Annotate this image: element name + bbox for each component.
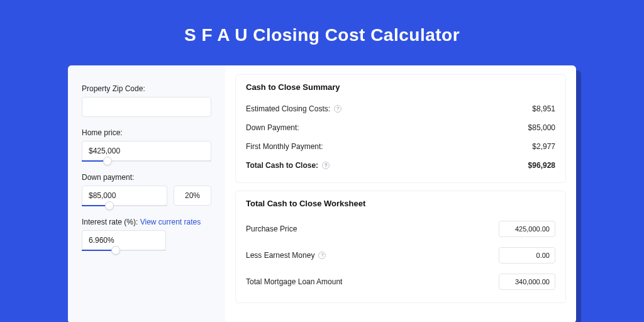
row-value-input[interactable]: 425,000.00 bbox=[499, 221, 555, 237]
home-price-slider[interactable] bbox=[82, 160, 211, 162]
interest-rate-input[interactable] bbox=[82, 230, 166, 250]
row-value-input[interactable]: 340,000.00 bbox=[499, 274, 555, 290]
row-value-input[interactable]: 0.00 bbox=[499, 247, 555, 264]
interest-rate-label: Interest rate (%): View current rates bbox=[82, 218, 211, 226]
interest-rate-slider[interactable] bbox=[82, 250, 166, 251]
interest-rate-field-group: Interest rate (%): View current rates bbox=[82, 218, 211, 251]
worksheet-row-mortgage-amount: Total Mortgage Loan Amount 340,000.00 bbox=[246, 269, 555, 295]
summary-row-down-payment: Down Payment: $85,000 bbox=[246, 118, 555, 137]
cash-to-close-summary-panel: Cash to Close Summary Estimated Closing … bbox=[235, 74, 566, 183]
results-panel: Cash to Close Summary Estimated Closing … bbox=[225, 65, 576, 322]
row-value: $8,951 bbox=[532, 104, 555, 113]
down-payment-slider[interactable] bbox=[82, 205, 167, 206]
down-payment-label: Down payment: bbox=[82, 173, 211, 182]
worksheet-row-earnest-money: Less Earnest Money ? 0.00 bbox=[246, 242, 555, 269]
zip-field-group: Property Zip Code: bbox=[82, 84, 211, 117]
row-value: $96,928 bbox=[528, 161, 555, 170]
summary-row-estimated-costs: Estimated Closing Costs: ? $8,951 bbox=[246, 99, 555, 118]
home-price-input[interactable] bbox=[82, 141, 211, 161]
row-label: First Monthly Payment: bbox=[246, 142, 323, 151]
row-label: Total Mortgage Loan Amount bbox=[246, 277, 342, 286]
slider-thumb-icon[interactable] bbox=[105, 201, 114, 210]
worksheet-panel: Total Cash to Close Worksheet Purchase P… bbox=[235, 191, 566, 303]
worksheet-row-purchase-price: Purchase Price 425,000.00 bbox=[246, 216, 555, 242]
down-payment-percent-input[interactable]: 20% bbox=[174, 186, 211, 206]
zip-input[interactable] bbox=[82, 97, 211, 117]
worksheet-title: Total Cash to Close Worksheet bbox=[246, 199, 555, 208]
page-title: S F A U Closing Cost Calculator bbox=[0, 25, 644, 45]
summary-row-first-payment: First Monthly Payment: $2,977 bbox=[246, 137, 555, 156]
row-label: Less Earnest Money bbox=[246, 251, 314, 260]
summary-title: Cash to Close Summary bbox=[246, 82, 555, 92]
slider-thumb-icon[interactable] bbox=[111, 246, 120, 255]
down-payment-input[interactable] bbox=[82, 186, 167, 206]
row-value: $85,000 bbox=[528, 123, 555, 132]
row-value: $2,977 bbox=[532, 142, 555, 151]
help-icon[interactable]: ? bbox=[318, 252, 326, 259]
home-price-field-group: Home price: bbox=[82, 128, 211, 162]
view-rates-link[interactable]: View current rates bbox=[140, 218, 201, 226]
home-price-label: Home price: bbox=[82, 128, 211, 137]
row-label: Purchase Price bbox=[246, 225, 297, 233]
summary-row-total-cash: Total Cash to Close: ? $96,928 bbox=[246, 156, 555, 175]
zip-label: Property Zip Code: bbox=[82, 84, 211, 93]
inputs-panel: Property Zip Code: Home price: Down paym… bbox=[68, 65, 225, 322]
help-icon[interactable]: ? bbox=[334, 105, 341, 113]
calculator-card: Property Zip Code: Home price: Down paym… bbox=[68, 65, 576, 322]
help-icon[interactable]: ? bbox=[322, 162, 330, 169]
row-label: Total Cash to Close: bbox=[246, 161, 318, 170]
slider-thumb-icon[interactable] bbox=[103, 157, 112, 165]
down-payment-field-group: Down payment: 20% bbox=[82, 173, 211, 206]
row-label: Estimated Closing Costs: bbox=[246, 104, 330, 113]
row-label: Down Payment: bbox=[246, 123, 299, 132]
